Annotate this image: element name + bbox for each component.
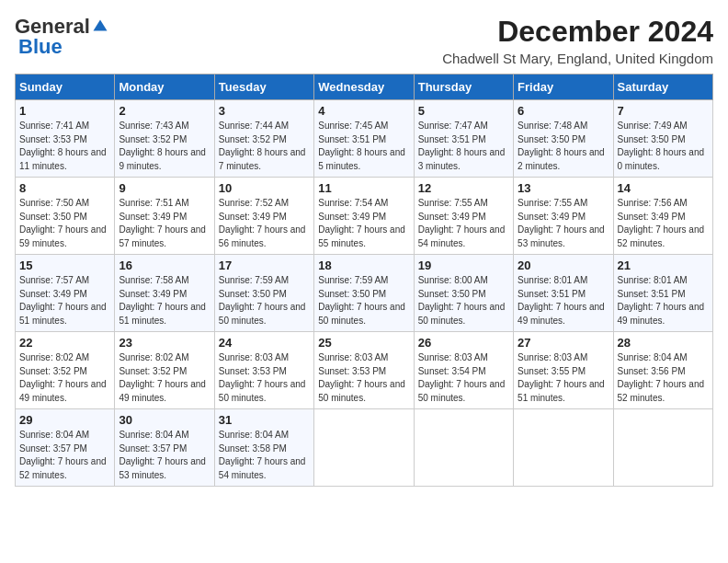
week-row-2: 8Sunrise: 7:50 AMSunset: 3:50 PMDaylight…	[16, 178, 713, 255]
day-cell: 20Sunrise: 8:01 AMSunset: 3:51 PMDayligh…	[514, 255, 613, 332]
day-info: Sunrise: 7:52 AMSunset: 3:49 PMDaylight:…	[219, 198, 306, 248]
day-cell: 23Sunrise: 8:02 AMSunset: 3:52 PMDayligh…	[115, 332, 214, 409]
col-header-saturday: Saturday	[613, 75, 712, 100]
day-info: Sunrise: 8:03 AMSunset: 3:55 PMDaylight:…	[518, 352, 605, 403]
day-cell: 2Sunrise: 7:43 AMSunset: 3:52 PMDaylight…	[115, 100, 214, 178]
day-number: 13	[518, 181, 609, 195]
day-cell	[514, 409, 613, 487]
day-number: 11	[318, 181, 409, 195]
day-number: 19	[418, 259, 509, 272]
day-cell: 17Sunrise: 7:59 AMSunset: 3:50 PMDayligh…	[214, 255, 313, 332]
day-cell: 3Sunrise: 7:44 AMSunset: 3:52 PMDaylight…	[214, 100, 313, 178]
day-number: 7	[618, 104, 709, 118]
day-info: Sunrise: 7:47 AMSunset: 3:51 PMDaylight:…	[418, 121, 506, 171]
col-header-sunday: Sunday	[16, 75, 115, 100]
day-cell: 11Sunrise: 7:54 AMSunset: 3:49 PMDayligh…	[314, 178, 414, 255]
day-info: Sunrise: 8:00 AMSunset: 3:50 PMDaylight:…	[418, 275, 506, 326]
day-info: Sunrise: 7:56 AMSunset: 3:49 PMDaylight:…	[618, 198, 705, 248]
day-number: 27	[518, 336, 609, 350]
day-number: 10	[219, 181, 310, 195]
day-info: Sunrise: 7:50 AMSunset: 3:50 PMDaylight:…	[19, 198, 107, 248]
logo: General Blue	[15, 15, 108, 59]
day-cell	[613, 409, 712, 487]
day-cell	[414, 409, 513, 487]
day-info: Sunrise: 7:57 AMSunset: 3:49 PMDaylight:…	[19, 275, 107, 326]
day-info: Sunrise: 7:43 AMSunset: 3:52 PMDaylight:…	[119, 121, 206, 171]
day-cell: 30Sunrise: 8:04 AMSunset: 3:57 PMDayligh…	[115, 409, 214, 487]
day-info: Sunrise: 7:41 AMSunset: 3:53 PMDaylight:…	[19, 121, 107, 171]
day-number: 1	[19, 104, 110, 118]
day-number: 23	[119, 336, 210, 350]
day-cell: 1Sunrise: 7:41 AMSunset: 3:53 PMDaylight…	[16, 100, 115, 178]
day-info: Sunrise: 8:01 AMSunset: 3:51 PMDaylight:…	[618, 275, 705, 326]
day-number: 18	[318, 259, 409, 272]
day-info: Sunrise: 8:01 AMSunset: 3:51 PMDaylight:…	[518, 275, 605, 326]
day-cell: 27Sunrise: 8:03 AMSunset: 3:55 PMDayligh…	[514, 332, 613, 409]
day-cell: 9Sunrise: 7:51 AMSunset: 3:49 PMDaylight…	[115, 178, 214, 255]
day-info: Sunrise: 8:03 AMSunset: 3:53 PMDaylight:…	[219, 352, 306, 403]
week-row-3: 15Sunrise: 7:57 AMSunset: 3:49 PMDayligh…	[16, 255, 713, 332]
day-cell: 12Sunrise: 7:55 AMSunset: 3:49 PMDayligh…	[414, 178, 513, 255]
day-cell: 8Sunrise: 7:50 AMSunset: 3:50 PMDaylight…	[16, 178, 115, 255]
week-row-1: 1Sunrise: 7:41 AMSunset: 3:53 PMDaylight…	[16, 100, 713, 178]
day-number: 8	[19, 181, 110, 195]
day-number: 16	[119, 259, 210, 272]
day-cell: 18Sunrise: 7:59 AMSunset: 3:50 PMDayligh…	[314, 255, 414, 332]
day-info: Sunrise: 7:58 AMSunset: 3:49 PMDaylight:…	[119, 275, 206, 326]
day-info: Sunrise: 7:49 AMSunset: 3:50 PMDaylight:…	[618, 121, 705, 171]
day-cell: 31Sunrise: 8:04 AMSunset: 3:58 PMDayligh…	[214, 409, 313, 487]
day-number: 3	[219, 104, 310, 118]
day-number: 25	[318, 336, 409, 350]
day-info: Sunrise: 8:03 AMSunset: 3:53 PMDaylight:…	[318, 352, 405, 403]
day-info: Sunrise: 7:59 AMSunset: 3:50 PMDaylight:…	[318, 275, 405, 326]
day-info: Sunrise: 7:55 AMSunset: 3:49 PMDaylight:…	[518, 198, 605, 248]
day-cell: 4Sunrise: 7:45 AMSunset: 3:51 PMDaylight…	[314, 100, 414, 178]
day-number: 4	[318, 104, 409, 118]
day-info: Sunrise: 8:02 AMSunset: 3:52 PMDaylight:…	[19, 352, 107, 403]
day-cell	[314, 409, 414, 487]
day-number: 14	[618, 181, 709, 195]
day-cell: 25Sunrise: 8:03 AMSunset: 3:53 PMDayligh…	[314, 332, 414, 409]
day-info: Sunrise: 8:02 AMSunset: 3:52 PMDaylight:…	[119, 352, 206, 403]
svg-marker-0	[93, 20, 107, 31]
day-number: 15	[19, 259, 110, 272]
day-cell: 21Sunrise: 8:01 AMSunset: 3:51 PMDayligh…	[613, 255, 712, 332]
col-header-thursday: Thursday	[414, 75, 513, 100]
day-cell: 22Sunrise: 8:02 AMSunset: 3:52 PMDayligh…	[16, 332, 115, 409]
col-header-friday: Friday	[514, 75, 613, 100]
col-header-tuesday: Tuesday	[214, 75, 313, 100]
day-number: 6	[518, 104, 609, 118]
day-cell: 24Sunrise: 8:03 AMSunset: 3:53 PMDayligh…	[214, 332, 313, 409]
col-header-monday: Monday	[115, 75, 214, 100]
day-cell: 14Sunrise: 7:56 AMSunset: 3:49 PMDayligh…	[613, 178, 712, 255]
day-info: Sunrise: 7:51 AMSunset: 3:49 PMDaylight:…	[119, 198, 206, 248]
day-info: Sunrise: 8:04 AMSunset: 3:57 PMDaylight:…	[19, 430, 107, 480]
day-number: 28	[618, 336, 709, 350]
day-number: 21	[618, 259, 709, 272]
day-number: 12	[418, 181, 509, 195]
day-cell: 10Sunrise: 7:52 AMSunset: 3:49 PMDayligh…	[214, 178, 313, 255]
day-info: Sunrise: 8:04 AMSunset: 3:56 PMDaylight:…	[618, 352, 705, 403]
day-number: 17	[219, 259, 310, 272]
month-title: December 2024	[442, 15, 713, 49]
day-number: 30	[119, 413, 210, 427]
day-cell: 16Sunrise: 7:58 AMSunset: 3:49 PMDayligh…	[115, 255, 214, 332]
day-number: 24	[219, 336, 310, 350]
day-number: 31	[219, 413, 310, 427]
day-info: Sunrise: 8:04 AMSunset: 3:58 PMDaylight:…	[219, 430, 306, 480]
day-cell: 28Sunrise: 8:04 AMSunset: 3:56 PMDayligh…	[613, 332, 712, 409]
day-number: 20	[518, 259, 609, 272]
day-cell: 15Sunrise: 7:57 AMSunset: 3:49 PMDayligh…	[16, 255, 115, 332]
header: General Blue December 2024 Chadwell St M…	[15, 15, 713, 66]
day-cell: 13Sunrise: 7:55 AMSunset: 3:49 PMDayligh…	[514, 178, 613, 255]
day-number: 22	[19, 336, 110, 350]
col-header-wednesday: Wednesday	[314, 75, 414, 100]
day-info: Sunrise: 8:04 AMSunset: 3:57 PMDaylight:…	[119, 430, 206, 480]
day-info: Sunrise: 7:59 AMSunset: 3:50 PMDaylight:…	[219, 275, 306, 326]
day-info: Sunrise: 7:44 AMSunset: 3:52 PMDaylight:…	[219, 121, 306, 171]
day-number: 29	[19, 413, 110, 427]
location-title: Chadwell St Mary, England, United Kingdo…	[442, 51, 713, 66]
header-row: SundayMondayTuesdayWednesdayThursdayFrid…	[16, 75, 713, 100]
week-row-5: 29Sunrise: 8:04 AMSunset: 3:57 PMDayligh…	[16, 409, 713, 487]
week-row-4: 22Sunrise: 8:02 AMSunset: 3:52 PMDayligh…	[16, 332, 713, 409]
